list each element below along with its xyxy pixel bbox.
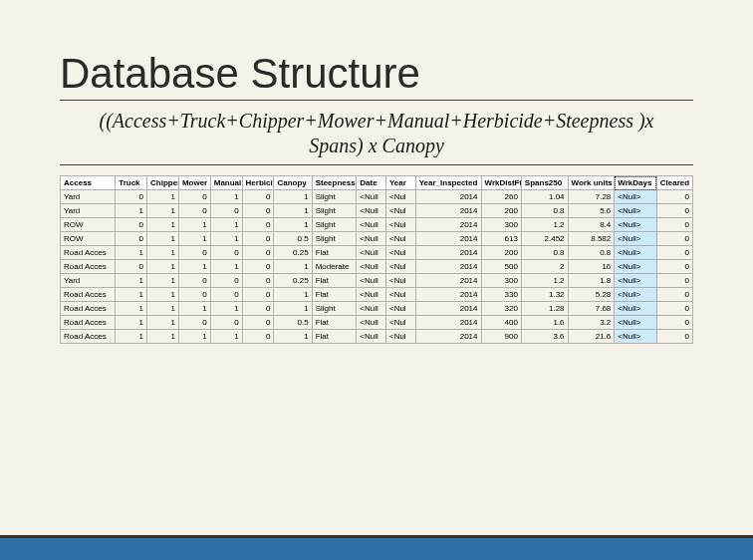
formula-block: ((Access+Truck+Chipper+Mower+Manual+Herb…: [60, 109, 693, 165]
cell-wd: <Null>: [615, 274, 656, 288]
cell-wu: 5.6: [568, 204, 615, 218]
cell-cl: 0: [656, 260, 692, 274]
cell-wdf: 300: [481, 274, 521, 288]
cell-steepness: Flat: [312, 274, 357, 288]
cell-chipper: 1: [147, 246, 179, 260]
cell-access: Road Acces: [61, 316, 116, 330]
table-row: Yard110001Slight<Null<Nul20142000.85.6<N…: [61, 204, 693, 218]
cell-chipper: 1: [147, 190, 179, 204]
cell-s250: 2: [521, 260, 568, 274]
cell-access: Road Acces: [61, 330, 116, 344]
cell-truck: 1: [116, 204, 147, 218]
cell-year: <Nul: [385, 260, 415, 274]
cell-canopy: 0.5: [274, 232, 312, 246]
table-row: Road Acces111101Flat<Null<Nul20149003.62…: [61, 330, 693, 344]
col-year: Year: [385, 176, 415, 190]
cell-wu: 3.2: [568, 316, 615, 330]
cell-cl: 0: [656, 288, 692, 302]
cell-wu: 8.582: [568, 232, 615, 246]
cell-year: <Nul: [385, 218, 415, 232]
table-row: Yard010101Slight<Null<Nul20142601.047.28…: [61, 190, 693, 204]
cell-manual: 0: [210, 246, 242, 260]
cell-herbicide: 0: [242, 330, 274, 344]
cell-year: <Nul: [385, 330, 415, 344]
cell-date: <Null: [357, 288, 386, 302]
cell-herbicide: 0: [242, 246, 274, 260]
cell-wdf: 320: [481, 302, 521, 316]
cell-manual: 0: [210, 274, 242, 288]
cell-wd: <Null>: [615, 302, 656, 316]
cell-herbicide: 0: [242, 302, 274, 316]
col-manual: Manual: [210, 176, 242, 190]
cell-wdf: 400: [481, 316, 521, 330]
cell-chipper: 1: [147, 232, 179, 246]
cell-canopy: 1: [274, 260, 312, 274]
cell-wd: <Null>: [615, 218, 656, 232]
cell-cl: 0: [656, 316, 692, 330]
cell-access: Road Acces: [61, 302, 116, 316]
cell-chipper: 1: [147, 204, 179, 218]
cell-herbicide: 0: [242, 260, 274, 274]
cell-canopy: 1: [274, 190, 312, 204]
cell-herbicide: 0: [242, 218, 274, 232]
cell-s250: 1.6: [521, 316, 568, 330]
cell-steepness: Flat: [312, 316, 357, 330]
cell-year: <Nul: [385, 190, 415, 204]
table-header-row: Access Truck Chipper Mower Manual Herbic…: [61, 176, 693, 190]
cell-truck: 1: [116, 316, 147, 330]
cell-manual: 0: [210, 288, 242, 302]
cell-manual: 1: [210, 232, 242, 246]
cell-yi: 2014: [415, 274, 481, 288]
cell-mower: 1: [178, 260, 210, 274]
cell-cl: 0: [656, 232, 692, 246]
cell-steepness: Slight: [312, 190, 357, 204]
cell-wdf: 613: [481, 232, 521, 246]
cell-steepness: Flat: [312, 246, 357, 260]
cell-manual: 0: [210, 204, 242, 218]
cell-mower: 0: [178, 316, 210, 330]
table-row: Road Acces110001Flat<Null<Nul20143301.32…: [61, 288, 693, 302]
cell-wu: 0.8: [568, 246, 615, 260]
cell-s250: 0.8: [521, 246, 568, 260]
cell-wd: <Null>: [615, 232, 656, 246]
col-spans250: Spans250: [521, 176, 568, 190]
formula-line-1: ((Access+Truck+Chipper+Mower+Manual+Herb…: [60, 109, 693, 134]
cell-chipper: 1: [147, 260, 179, 274]
cell-date: <Null: [357, 260, 386, 274]
cell-wdf: 500: [481, 260, 521, 274]
table-row: Road Acces111101Slight<Null<Nul20143201.…: [61, 302, 693, 316]
cell-manual: 1: [210, 302, 242, 316]
cell-date: <Null: [357, 302, 386, 316]
cell-canopy: 0.25: [274, 246, 312, 260]
cell-chipper: 1: [147, 218, 179, 232]
cell-truck: 0: [116, 260, 147, 274]
cell-access: Road Acces: [61, 288, 116, 302]
cell-manual: 0: [210, 316, 242, 330]
cell-date: <Null: [357, 204, 386, 218]
cell-yi: 2014: [415, 302, 481, 316]
cell-yi: 2014: [415, 316, 481, 330]
cell-year: <Nul: [385, 246, 415, 260]
cell-year: <Nul: [385, 204, 415, 218]
cell-wd: <Null>: [615, 190, 656, 204]
cell-wdf: 200: [481, 204, 521, 218]
cell-herbicide: 0: [242, 274, 274, 288]
cell-cl: 0: [656, 302, 692, 316]
footer-bar: [0, 538, 753, 560]
cell-truck: 0: [116, 190, 147, 204]
cell-cl: 0: [656, 190, 692, 204]
cell-manual: 1: [210, 190, 242, 204]
cell-access: ROW: [61, 232, 116, 246]
cell-s250: 2.452: [521, 232, 568, 246]
cell-yi: 2014: [415, 190, 481, 204]
cell-year: <Nul: [385, 232, 415, 246]
cell-date: <Null: [357, 330, 386, 344]
cell-mower: 0: [178, 288, 210, 302]
cell-manual: 1: [210, 218, 242, 232]
cell-s250: 1.32: [521, 288, 568, 302]
cell-wdf: 330: [481, 288, 521, 302]
table-row: Road Acces110000.25Flat<Null<Nul20142000…: [61, 246, 693, 260]
table-row: ROW011101Slight<Null<Nul20143001.28.4<Nu…: [61, 218, 693, 232]
cell-wu: 7.68: [568, 302, 615, 316]
cell-manual: 1: [210, 260, 242, 274]
